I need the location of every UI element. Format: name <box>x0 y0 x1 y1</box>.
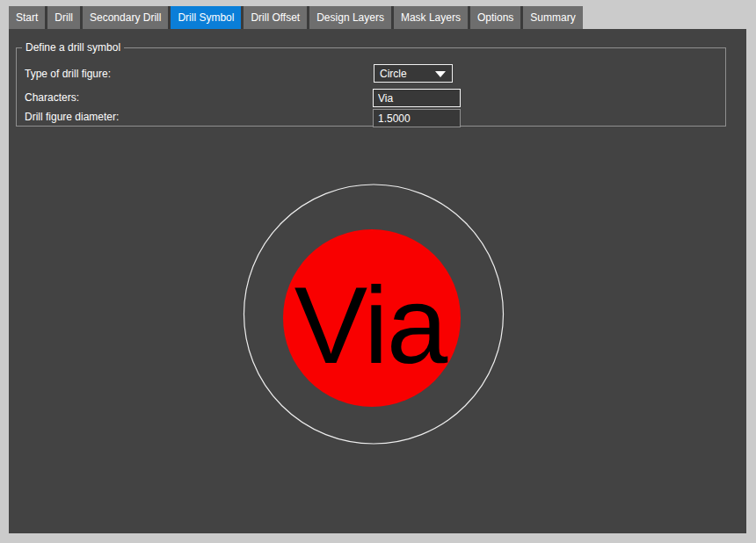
drill-symbol-text: Via <box>294 264 448 386</box>
tab-drill-offset[interactable]: Drill Offset <box>244 6 307 29</box>
tab-options[interactable]: Options <box>470 6 520 29</box>
tab-secondary-drill[interactable]: Secondary Drill <box>83 6 168 29</box>
tab-drill-symbol[interactable]: Drill Symbol <box>171 6 241 29</box>
tab-design-layers[interactable]: Design Layers <box>309 6 391 29</box>
drill-wizard-page: Start Drill Secondary Drill Drill Symbol… <box>0 0 756 543</box>
tab-mask-layers[interactable]: Mask Layers <box>394 6 468 29</box>
tab-start[interactable]: Start <box>9 6 45 29</box>
tab-bar: Start Drill Secondary Drill Drill Symbol… <box>9 6 583 29</box>
tab-drill[interactable]: Drill <box>47 6 80 29</box>
drill-symbol-preview: Via <box>9 29 746 533</box>
wizard-content-panel: Define a drill symbol Type of drill figu… <box>9 29 746 533</box>
tab-summary[interactable]: Summary <box>523 6 582 29</box>
